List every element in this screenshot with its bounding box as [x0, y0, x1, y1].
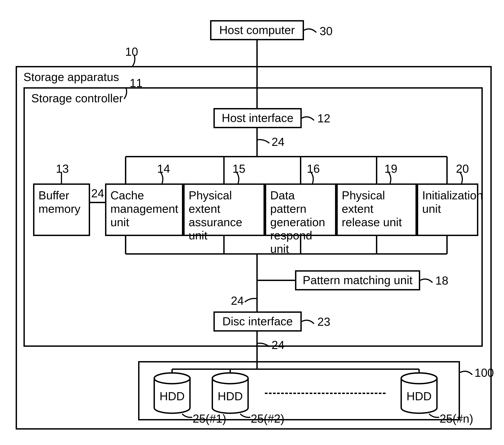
- ref-18: 18: [435, 275, 448, 286]
- ref-15: 15: [233, 163, 245, 174]
- ref-24-buf: 24: [91, 188, 104, 199]
- ref-19: 19: [384, 163, 397, 174]
- ref-100: 100: [474, 367, 494, 379]
- ref-24-low: 24: [271, 339, 285, 351]
- ref-14: 14: [157, 163, 170, 174]
- ref-25-n: 25(#n): [440, 413, 473, 425]
- connector-lines: [0, 0, 504, 445]
- ref-13: 13: [56, 163, 69, 174]
- ref-30: 30: [320, 25, 333, 37]
- ref-24-hostif: 24: [271, 136, 285, 148]
- ref-16: 16: [307, 163, 320, 174]
- ref-23: 23: [317, 316, 330, 328]
- ref-25-2: 25(#2): [251, 413, 284, 425]
- ref-10: 10: [125, 46, 138, 58]
- ref-12: 12: [317, 113, 330, 124]
- ref-24-mid: 24: [231, 295, 244, 307]
- ref-11: 11: [130, 77, 143, 89]
- ref-25-1: 25(#1): [193, 413, 226, 425]
- ref-20: 20: [456, 163, 469, 174]
